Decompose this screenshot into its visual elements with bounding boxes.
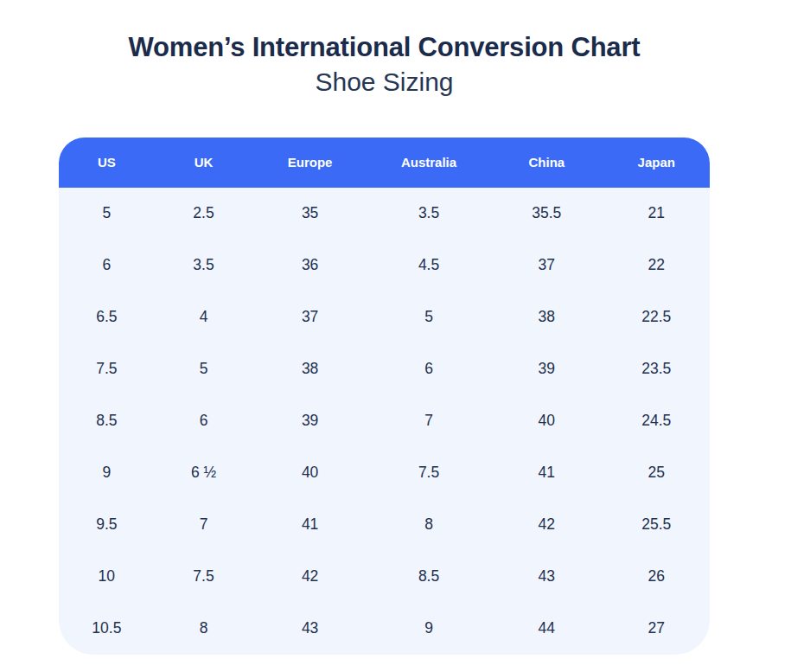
column-header-uk: UK xyxy=(155,138,253,188)
cell-japan: 24.5 xyxy=(603,395,710,447)
cell-australia: 8 xyxy=(367,499,490,551)
table-row: 9 6 ½ 40 7.5 41 25 xyxy=(59,447,710,499)
cell-us: 9.5 xyxy=(59,499,155,551)
cell-us: 10.5 xyxy=(59,603,155,655)
column-header-us: US xyxy=(59,138,155,188)
table-row: 5 2.5 35 3.5 35.5 21 xyxy=(59,188,710,240)
table-row: 7.5 5 38 6 39 23.5 xyxy=(59,343,710,395)
cell-japan: 22 xyxy=(603,240,710,291)
page-title: Women’s International Conversion Chart xyxy=(59,31,710,65)
cell-uk: 8 xyxy=(155,603,253,655)
cell-china: 42 xyxy=(490,499,603,551)
column-header-australia: Australia xyxy=(367,138,490,188)
cell-australia: 3.5 xyxy=(367,188,490,240)
cell-australia: 4.5 xyxy=(367,240,490,291)
cell-us: 6 xyxy=(59,240,155,291)
cell-japan: 26 xyxy=(603,551,710,603)
header-row: US UK Europe Australia China Japan xyxy=(59,138,710,188)
cell-uk: 7 xyxy=(155,499,253,551)
cell-us: 7.5 xyxy=(59,343,155,395)
cell-china: 39 xyxy=(490,343,603,395)
cell-us: 8.5 xyxy=(59,395,155,447)
cell-china: 44 xyxy=(490,603,603,655)
cell-us: 9 xyxy=(59,447,155,499)
cell-europe: 36 xyxy=(252,240,367,291)
cell-japan: 23.5 xyxy=(603,343,710,395)
cell-uk: 2.5 xyxy=(155,188,253,240)
table-row: 6.5 4 37 5 38 22.5 xyxy=(59,291,710,343)
cell-china: 38 xyxy=(490,291,603,343)
table-header: US UK Europe Australia China Japan xyxy=(59,138,710,188)
cell-us: 5 xyxy=(59,188,155,240)
cell-uk: 5 xyxy=(155,343,253,395)
content-wrapper: Women’s International Conversion Chart S… xyxy=(59,31,710,655)
cell-australia: 6 xyxy=(367,343,490,395)
cell-europe: 35 xyxy=(252,188,367,240)
cell-uk: 6 ½ xyxy=(155,447,253,499)
conversion-table: US UK Europe Australia China Japan 5 2.5… xyxy=(59,138,710,655)
cell-europe: 38 xyxy=(252,343,367,395)
page-subtitle: Shoe Sizing xyxy=(59,65,710,99)
cell-europe: 40 xyxy=(252,447,367,499)
cell-japan: 21 xyxy=(603,188,710,240)
cell-australia: 8.5 xyxy=(367,551,490,603)
cell-japan: 25 xyxy=(603,447,710,499)
column-header-europe: Europe xyxy=(252,138,367,188)
cell-australia: 7.5 xyxy=(367,447,490,499)
cell-uk: 7.5 xyxy=(155,551,253,603)
cell-europe: 39 xyxy=(252,395,367,447)
table-row: 10.5 8 43 9 44 27 xyxy=(59,603,710,655)
cell-china: 35.5 xyxy=(490,188,603,240)
cell-europe: 42 xyxy=(252,551,367,603)
cell-europe: 41 xyxy=(252,499,367,551)
cell-europe: 37 xyxy=(252,291,367,343)
cell-japan: 22.5 xyxy=(603,291,710,343)
cell-us: 6.5 xyxy=(59,291,155,343)
cell-australia: 7 xyxy=(367,395,490,447)
table-row: 6 3.5 36 4.5 37 22 xyxy=(59,240,710,291)
column-header-japan: Japan xyxy=(603,138,710,188)
cell-australia: 9 xyxy=(367,603,490,655)
column-header-china: China xyxy=(490,138,603,188)
table-body: 5 2.5 35 3.5 35.5 21 6 3.5 36 4.5 37 22 xyxy=(59,188,710,655)
table-row: 9.5 7 41 8 42 25.5 xyxy=(59,499,710,551)
cell-us: 10 xyxy=(59,551,155,603)
table-row: 10 7.5 42 8.5 43 26 xyxy=(59,551,710,603)
conversion-table-card: US UK Europe Australia China Japan 5 2.5… xyxy=(59,138,710,655)
table-row: 8.5 6 39 7 40 24.5 xyxy=(59,395,710,447)
cell-uk: 4 xyxy=(155,291,253,343)
cell-uk: 6 xyxy=(155,395,253,447)
cell-china: 43 xyxy=(490,551,603,603)
cell-uk: 3.5 xyxy=(155,240,253,291)
cell-japan: 27 xyxy=(603,603,710,655)
cell-china: 41 xyxy=(490,447,603,499)
cell-china: 37 xyxy=(490,240,603,291)
cell-europe: 43 xyxy=(252,603,367,655)
cell-australia: 5 xyxy=(367,291,490,343)
cell-japan: 25.5 xyxy=(603,499,710,551)
page: Women’s International Conversion Chart S… xyxy=(0,0,791,655)
cell-china: 40 xyxy=(490,395,603,447)
